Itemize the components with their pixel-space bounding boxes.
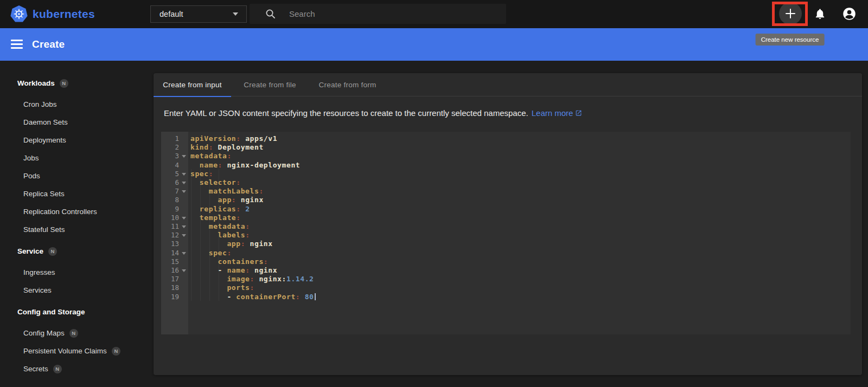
fold-arrow-icon: [182, 252, 186, 255]
line-number[interactable]: 11: [161, 222, 188, 231]
code-line: apiVersion: apps/v1: [190, 134, 277, 143]
fold-arrow-icon: [182, 182, 186, 184]
sidebar-item-persistent-volume-claims[interactable]: Persistent Volume ClaimsN: [23, 346, 120, 357]
notifications-button[interactable]: [808, 2, 831, 25]
line-number: 1: [161, 134, 188, 143]
create-new-resource-button[interactable]: [779, 2, 802, 25]
indent-guide: [219, 169, 219, 301]
indent-guide: [200, 169, 201, 301]
sidebar-item-pods[interactable]: Pods: [23, 171, 40, 182]
line-number[interactable]: 5: [161, 169, 188, 178]
badge-n: N: [60, 79, 68, 88]
line-number: 19: [161, 292, 188, 301]
sidebar-item-deployments[interactable]: Deployments: [23, 135, 66, 146]
chevron-down-icon: [233, 12, 238, 16]
line-number: 2: [161, 143, 188, 152]
code-line: spec:: [190, 248, 232, 257]
search-input[interactable]: [289, 9, 506, 18]
code-line: metadata:: [190, 151, 232, 160]
code-line: name: nginx-deployment: [190, 160, 300, 170]
page-title: Create: [32, 28, 65, 61]
editor-gutter: 12345678910111213141516171819: [161, 132, 188, 334]
account-circle-icon: [842, 7, 857, 21]
top-bar: kubernetes default: [0, 0, 868, 28]
code-line: kind: Deployment: [190, 143, 264, 152]
line-number[interactable]: 12: [161, 230, 188, 240]
line-number[interactable]: 3: [161, 151, 188, 160]
fold-arrow-icon: [182, 234, 186, 237]
sidebar-item-daemon-sets[interactable]: Daemon Sets: [23, 117, 68, 128]
code-line: matchLabels:: [190, 186, 264, 196]
line-number: 17: [161, 274, 188, 283]
code-line: - name: nginx: [190, 266, 277, 275]
code-line: app: nginx: [190, 195, 264, 204]
fold-arrow-icon: [182, 190, 186, 193]
badge-n: N: [48, 247, 57, 256]
fold-arrow-icon: [182, 155, 186, 158]
text-cursor: [315, 293, 316, 300]
tab-create-from-form[interactable]: Create from form: [309, 73, 386, 96]
line-number: 15: [161, 257, 188, 266]
sidebar-item-ingresses[interactable]: Ingresses: [23, 267, 55, 278]
line-number[interactable]: 7: [161, 186, 188, 196]
sidebar-group-config-and-storage[interactable]: Config and Storage: [17, 307, 85, 318]
tab-create-from-file[interactable]: Create from file: [231, 73, 309, 96]
code-line: app: nginx: [190, 239, 273, 248]
sidebar-group-workloads[interactable]: WorkloadsN: [17, 78, 68, 89]
badge-n: N: [112, 347, 120, 356]
line-number: 9: [161, 204, 188, 214]
kubernetes-dashboard: kubernetes default: [0, 0, 868, 387]
fold-arrow-icon: [182, 269, 186, 272]
line-number[interactable]: 10: [161, 213, 188, 222]
code-line: replicas: 2: [190, 204, 250, 214]
sidebar-nav: WorkloadsNCron JobsDaemon SetsDeployment…: [0, 61, 154, 387]
account-button[interactable]: [838, 2, 860, 25]
sidebar-item-services[interactable]: Services: [23, 285, 52, 296]
code-line: containers:: [190, 257, 268, 266]
line-number[interactable]: 14: [161, 248, 188, 257]
kubernetes-logo-icon[interactable]: [10, 5, 28, 23]
code-line: selector:: [190, 178, 241, 187]
line-number[interactable]: 16: [161, 266, 188, 275]
line-number: 4: [161, 160, 188, 170]
search-box[interactable]: [250, 4, 506, 24]
sidebar-item-replication-controllers[interactable]: Replication Controllers: [23, 207, 97, 217]
fold-arrow-icon: [182, 173, 186, 176]
code-line: labels:: [190, 230, 250, 240]
plus-icon: [784, 8, 796, 20]
description-text: Enter YAML or JSON content specifying th…: [164, 108, 582, 118]
sidebar-item-config-maps[interactable]: Config MapsN: [23, 328, 78, 339]
fold-arrow-icon: [182, 217, 186, 220]
sidebar-item-jobs[interactable]: Jobs: [23, 153, 39, 164]
namespace-select[interactable]: default: [150, 5, 247, 23]
indent-guide: [209, 169, 210, 301]
tab-create-from-input[interactable]: Create from input: [154, 73, 231, 96]
sidebar-group-service[interactable]: ServiceN: [17, 246, 57, 257]
badge-n: N: [53, 365, 62, 373]
namespace-value: default: [159, 10, 233, 18]
line-number: 18: [161, 283, 188, 292]
create-card: Create from inputCreate from fileCreate …: [154, 73, 862, 375]
menu-icon[interactable]: [11, 40, 23, 49]
code-line: metadata:: [190, 222, 250, 231]
line-number: 13: [161, 239, 188, 248]
code-line: template:: [190, 213, 241, 222]
brand-title[interactable]: kubernetes: [33, 0, 95, 28]
sidebar-item-stateful-sets[interactable]: Stateful Sets: [23, 224, 65, 235]
bell-icon: [814, 8, 826, 20]
sidebar-item-replica-sets[interactable]: Replica Sets: [23, 189, 65, 199]
line-number: 8: [161, 195, 188, 204]
fold-arrow-icon: [182, 225, 186, 228]
tab-bar: Create from inputCreate from fileCreate …: [154, 73, 862, 96]
search-icon: [265, 8, 276, 20]
app-bar: Create: [0, 28, 868, 61]
learn-more-link[interactable]: Learn more: [532, 108, 583, 118]
badge-n: N: [69, 329, 78, 338]
tooltip-create-new-resource: Create new resource: [756, 34, 825, 46]
sidebar-item-secrets[interactable]: SecretsN: [23, 364, 62, 375]
line-number[interactable]: 6: [161, 178, 188, 187]
sidebar-item-cron-jobs[interactable]: Cron Jobs: [23, 99, 57, 110]
open-in-new-icon: [575, 109, 582, 117]
yaml-editor[interactable]: 12345678910111213141516171819 apiVersion…: [161, 132, 851, 334]
indent-guide: [191, 169, 192, 301]
